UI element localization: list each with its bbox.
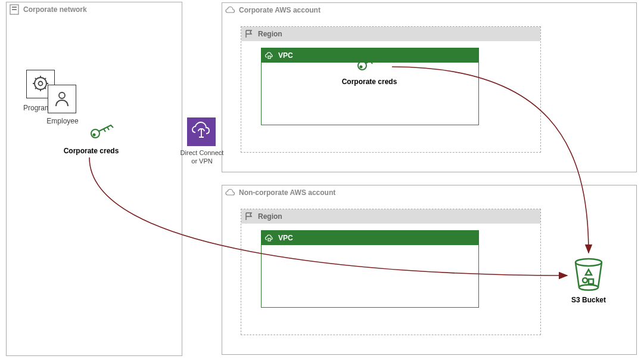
corporate-creds-left-label: Corporate creds [58,147,124,155]
cloud-icon [225,5,235,16]
s3-bucket-label: S3 Bucket [566,296,611,304]
key-icon-vpc [355,52,385,75]
server-icon [9,4,20,15]
region2-label-row: Region [241,209,540,224]
corporate-creds-vpc-label: Corporate creds [334,78,405,86]
cloud-lock-icon [264,233,275,243]
svg-rect-2 [12,9,17,10]
key-icon-left [88,120,118,143]
region1-label: Region [258,30,282,38]
direct-connect-icon [191,120,212,144]
vpc2-box: VPC [261,230,479,308]
svg-point-9 [358,61,366,70]
corporate-aws-account-label: Corporate AWS account [239,6,321,14]
corporate-network-label-row: Corporate network [7,2,92,17]
svg-point-4 [39,81,43,85]
noncorp-aws-account-label: Non-corporate AWS account [239,188,335,197]
svg-rect-11 [268,239,270,241]
vpc2-label: VPC [278,234,293,242]
vpc2-label-row: VPC [262,231,478,245]
cloud-lock-icon [264,50,275,61]
region2-label: Region [258,212,282,221]
corporate-network-box: Corporate network [6,2,182,356]
svg-point-12 [575,259,602,266]
svg-rect-8 [268,56,270,58]
svg-rect-15 [589,279,593,284]
vpc1-label: VPC [278,51,293,60]
noncorp-aws-account-label-row: Non-corporate AWS account [222,185,340,200]
svg-point-5 [59,92,65,98]
flag-icon [244,29,254,39]
cloud-icon [225,187,235,198]
svg-rect-1 [12,7,17,8]
direct-connect-box [187,117,216,146]
corporate-network-label: Corporate network [23,5,87,14]
employee-label: Employee [42,117,83,125]
region1-label-row: Region [241,27,540,41]
svg-point-7 [94,134,95,136]
employee-icon-box [48,85,76,113]
svg-point-6 [91,129,99,138]
person-icon [52,88,72,110]
svg-point-14 [583,278,587,283]
direct-connect-label-1: Direct Connect [175,149,229,156]
direct-connect-label-2: or VPN [175,157,229,165]
flag-icon [244,211,254,222]
svg-point-13 [579,285,598,290]
s3-bucket-icon [571,256,606,294]
svg-point-10 [360,66,362,68]
corporate-aws-account-label-row: Corporate AWS account [222,3,325,17]
